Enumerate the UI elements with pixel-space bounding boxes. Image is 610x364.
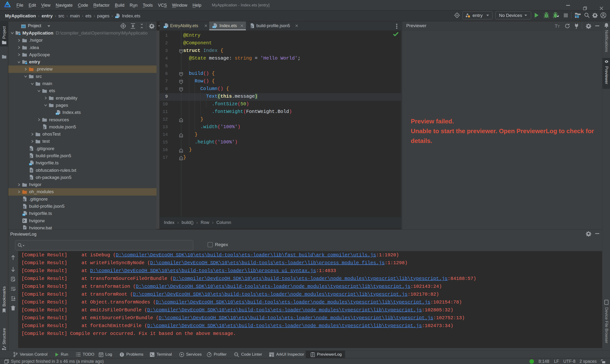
- svg-text:ETS: ETS: [56, 113, 59, 115]
- svg-text:TS: TS: [29, 163, 32, 165]
- svg-text:ETS: ETS: [213, 26, 216, 28]
- svg-text:ETS: ETS: [164, 26, 167, 28]
- svg-text:ETS: ETS: [115, 16, 119, 18]
- svg-text:TS: TS: [23, 214, 25, 216]
